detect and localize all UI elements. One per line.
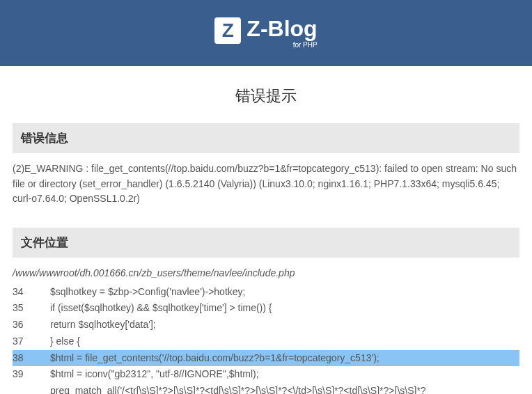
line-code: } else {	[50, 334, 519, 349]
code-line: 38$html = file_get_contents('//top.baidu…	[13, 350, 519, 367]
code-line: 34$sqlhotkey = $zbp->Config('navlee')->h…	[13, 284, 519, 301]
code-line: 36return $sqlhotkey['data'];	[13, 317, 519, 333]
logo-subtitle: for PHP	[247, 41, 317, 49]
file-section-header: 文件位置	[13, 228, 519, 258]
code-line: 39$html = iconv("gb2312", "utf-8//IGNORE…	[13, 366, 519, 383]
line-code: $html = iconv("gb2312", "utf-8//IGNORE",…	[50, 367, 519, 382]
line-code: if (isset($sqlhotkey) && $sqlhotkey['tim…	[50, 301, 519, 316]
line-number: 34	[13, 285, 50, 300]
line-number: 39	[13, 367, 50, 382]
logo-text: Z-Blog	[247, 16, 317, 41]
line-number: 37	[13, 334, 50, 349]
code-line: 37} else {	[13, 333, 519, 350]
file-path: /www/wwwroot/dh.001666.cn/zb_users/theme…	[13, 266, 519, 281]
error-section: 错误信息 (2)E_WARNING : file_get_contents(//…	[13, 123, 519, 215]
logo: Z Z-Blog for PHP	[214, 17, 317, 49]
error-section-header: 错误信息	[13, 123, 519, 153]
line-number: 35	[13, 301, 50, 316]
logo-icon: Z	[214, 17, 241, 44]
line-number	[13, 384, 50, 394]
line-number: 38	[13, 351, 50, 366]
code-line: preg_match_all('/<tr[\s\S]*?>[\s\S]*?<td…	[13, 383, 519, 394]
line-code: return $sqlhotkey['data'];	[50, 317, 519, 333]
line-code: preg_match_all('/<tr[\s\S]*?>[\s\S]*?<td…	[50, 384, 519, 394]
line-code: $sqlhotkey = $zbp->Config('navlee')->hot…	[50, 285, 519, 300]
code-line: 35if (isset($sqlhotkey) && $sqlhotkey['t…	[13, 300, 519, 317]
line-number: 36	[13, 317, 50, 333]
file-section: 文件位置 /www/wwwroot/dh.001666.cn/zb_users/…	[13, 228, 519, 394]
code-listing: 34$sqlhotkey = $zbp->Config('navlee')->h…	[13, 284, 519, 394]
error-message: (2)E_WARNING : file_get_contents(//top.b…	[13, 153, 519, 215]
file-section-body: /www/wwwroot/dh.001666.cn/zb_users/theme…	[13, 258, 519, 394]
line-code: $html = file_get_contents('//top.baidu.c…	[50, 351, 519, 366]
logo-text-wrap: Z-Blog for PHP	[247, 17, 317, 49]
page-title: 错误提示	[0, 66, 532, 123]
header: Z Z-Blog for PHP	[0, 0, 532, 66]
